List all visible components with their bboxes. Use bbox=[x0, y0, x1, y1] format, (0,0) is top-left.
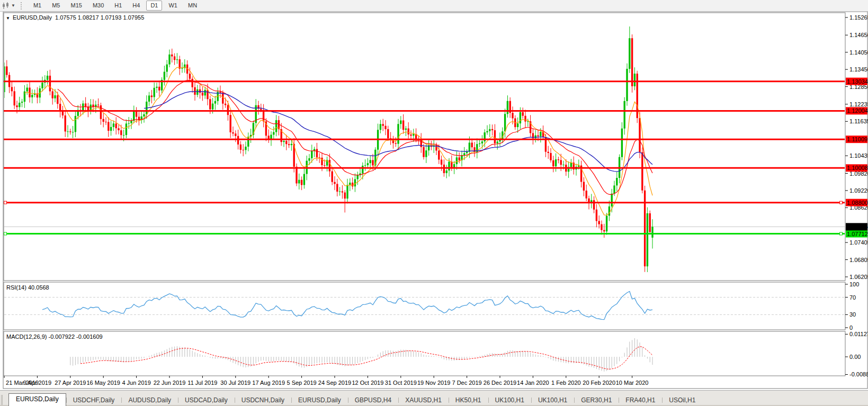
svg-text:1.06805: 1.06805 bbox=[849, 257, 868, 263]
svg-text:30: 30 bbox=[849, 311, 856, 318]
timeframe-button-m5[interactable]: M5 bbox=[48, 1, 64, 11]
toolbar-grip[interactable] bbox=[21, 2, 24, 10]
svg-text:-0.008837: -0.008837 bbox=[849, 371, 868, 377]
chart-ohlc-title: ▼EURUSD,Daily 1.07575 1.08217 1.07193 1.… bbox=[6, 14, 144, 21]
svg-text:5 Sep 2019: 5 Sep 2019 bbox=[287, 380, 316, 386]
svg-text:1.13450: 1.13450 bbox=[849, 66, 868, 73]
svg-text:1.07955: 1.07955 bbox=[847, 223, 868, 230]
svg-text:27 Apr 2019: 27 Apr 2019 bbox=[55, 380, 86, 386]
svg-text:17 Aug 2019: 17 Aug 2019 bbox=[252, 380, 285, 386]
svg-text:1.14050: 1.14050 bbox=[849, 49, 868, 56]
svg-text:1.06205: 1.06205 bbox=[849, 274, 868, 280]
candlestick-chart-icon-glyph bbox=[2, 2, 10, 10]
rsi-name: RSI(14) bbox=[6, 284, 26, 291]
svg-text:12 Oct 2019: 12 Oct 2019 bbox=[352, 380, 383, 386]
macd-indicator-label: MACD(12,26,9) -0.007922 -0.001609 bbox=[6, 333, 103, 340]
svg-text:20 Feb 2020: 20 Feb 2020 bbox=[583, 380, 615, 386]
svg-text:24 Sep 2019: 24 Sep 2019 bbox=[318, 380, 351, 386]
svg-text:1.12235: 1.12235 bbox=[849, 101, 868, 107]
chart-symbol-label: EURUSD,Daily bbox=[13, 14, 52, 21]
svg-text:4 Jun 2019: 4 Jun 2019 bbox=[122, 380, 150, 386]
svg-text:1.10435: 1.10435 bbox=[849, 152, 868, 159]
chart-tab-usoil-h1[interactable]: USOil,H1 bbox=[662, 395, 702, 406]
svg-text:11 Jul 2019: 11 Jul 2019 bbox=[187, 380, 217, 386]
macd-name: MACD(12,26,9) bbox=[6, 333, 47, 340]
timeframe-toolbar: ▼ M1M5M15M30H1H4D1W1MN bbox=[0, 0, 868, 12]
svg-text:1.12004: 1.12004 bbox=[847, 107, 868, 114]
svg-text:100: 100 bbox=[849, 281, 859, 287]
svg-text:1.08800: 1.08800 bbox=[847, 200, 868, 206]
chart-tab-uk100-h1[interactable]: UK100,H1 bbox=[531, 395, 574, 406]
timeframe-button-mn[interactable]: MN bbox=[184, 1, 201, 11]
chart-type-dropdown-caret-icon[interactable]: ▼ bbox=[11, 3, 15, 8]
macd-signal-value: -0.001609 bbox=[76, 333, 103, 340]
svg-text:1.07712: 1.07712 bbox=[847, 231, 868, 237]
svg-text:31 Oct 2019: 31 Oct 2019 bbox=[385, 380, 417, 386]
chart-tab-uk100-h1[interactable]: UK100,H1 bbox=[488, 395, 531, 406]
timeframe-button-d1[interactable]: D1 bbox=[146, 1, 162, 11]
svg-text:1.10008: 1.10008 bbox=[847, 165, 868, 171]
svg-text:1.14650: 1.14650 bbox=[849, 32, 868, 38]
svg-text:70: 70 bbox=[849, 294, 856, 301]
hline-handle[interactable] bbox=[4, 232, 7, 235]
svg-text:0: 0 bbox=[849, 324, 853, 331]
svg-text:30 Jul 2019: 30 Jul 2019 bbox=[220, 380, 250, 386]
svg-text:22 Jun 2019: 22 Jun 2019 bbox=[154, 380, 186, 386]
chart-tabs-bar: EURUSD,DailyUSDCHF,DailyAUDUSD,DailyUSDC… bbox=[0, 390, 868, 406]
svg-text:1.13034: 1.13034 bbox=[847, 78, 868, 85]
svg-text:1.15265: 1.15265 bbox=[849, 14, 868, 21]
svg-text:26 Dec 2019: 26 Dec 2019 bbox=[484, 380, 516, 386]
chart-tab-usdchf-daily[interactable]: USDCHF,Daily bbox=[66, 395, 122, 406]
chart-tab-fra40-h1[interactable]: FRA40,H1 bbox=[619, 395, 662, 406]
svg-text:7 Dec 2019: 7 Dec 2019 bbox=[452, 380, 481, 386]
svg-text:16 May 2019: 16 May 2019 bbox=[86, 380, 120, 386]
timeframe-button-h4[interactable]: H4 bbox=[128, 1, 144, 11]
svg-text:1.09220: 1.09220 bbox=[849, 187, 868, 194]
chart-tab-gbpusd-h4[interactable]: GBPUSD,H4 bbox=[348, 395, 398, 406]
ohlc-close: 1.07955 bbox=[123, 14, 145, 21]
timeframe-button-m1[interactable]: M1 bbox=[29, 1, 46, 11]
svg-text:10 Mar 2020: 10 Mar 2020 bbox=[616, 380, 649, 386]
svg-text:1.11009: 1.11009 bbox=[847, 136, 867, 142]
timeframe-button-m30[interactable]: M30 bbox=[88, 1, 108, 11]
ohlc-high: 1.08217 bbox=[78, 14, 99, 21]
rsi-value: 40.0568 bbox=[28, 284, 49, 291]
svg-text:0.011277: 0.011277 bbox=[849, 331, 868, 337]
ohlc-low: 1.07193 bbox=[101, 14, 122, 21]
hline-handle[interactable] bbox=[840, 201, 843, 204]
svg-text:14 Jan 2020: 14 Jan 2020 bbox=[517, 380, 549, 386]
timeframe-buttons: M1M5M15M30H1H4D1W1MN bbox=[28, 1, 202, 11]
chart-tabs: EURUSD,DailyUSDCHF,DailyAUDUSD,DailyUSDC… bbox=[8, 393, 702, 406]
chart-tab-hk50-h1[interactable]: HK50,H1 bbox=[449, 395, 488, 406]
chart-tab-usdcnh-daily[interactable]: USDCNH,Daily bbox=[235, 395, 291, 406]
timeframe-button-w1[interactable]: W1 bbox=[164, 1, 182, 11]
chart-tab-eurusd-daily[interactable]: EURUSD,Daily bbox=[8, 393, 66, 406]
price-chart-canvas[interactable]: 1.152651.146501.140501.134501.128501.122… bbox=[0, 0, 868, 406]
chart-tab-usdcad-daily[interactable]: USDCAD,Daily bbox=[178, 395, 235, 406]
svg-text:9 Apr 2019: 9 Apr 2019 bbox=[23, 380, 51, 386]
chart-window-frame bbox=[3, 12, 867, 389]
svg-text:1 Feb 2020: 1 Feb 2020 bbox=[551, 380, 581, 386]
rsi-indicator-label: RSI(14) 40.0568 bbox=[6, 284, 49, 291]
collapse-caret-icon[interactable]: ▼ bbox=[6, 16, 10, 21]
svg-text:1.07405: 1.07405 bbox=[849, 239, 868, 246]
svg-text:0.00: 0.00 bbox=[849, 354, 861, 360]
timeframe-button-m15[interactable]: M15 bbox=[66, 1, 86, 11]
tabbar-grip[interactable] bbox=[1, 395, 7, 405]
macd-main-value: -0.007922 bbox=[48, 333, 75, 340]
candlestick-chart-icon[interactable] bbox=[1, 2, 11, 10]
timeframe-button-h1[interactable]: H1 bbox=[110, 1, 126, 11]
svg-text:19 Nov 2019: 19 Nov 2019 bbox=[417, 380, 450, 386]
chart-tab-audusd-daily[interactable]: AUDUSD,Daily bbox=[121, 395, 178, 406]
hline-handle[interactable] bbox=[4, 201, 7, 204]
chart-tab-eurusd-daily[interactable]: EURUSD,Daily bbox=[291, 395, 348, 406]
chart-tab-ger30-h1[interactable]: GER30,H1 bbox=[574, 395, 619, 406]
hline-handle[interactable] bbox=[840, 232, 843, 235]
ohlc-open: 1.07575 bbox=[55, 14, 76, 21]
svg-text:1.11635: 1.11635 bbox=[849, 118, 868, 124]
chart-tab-xauusd-h1[interactable]: XAUUSD,H1 bbox=[398, 395, 449, 406]
